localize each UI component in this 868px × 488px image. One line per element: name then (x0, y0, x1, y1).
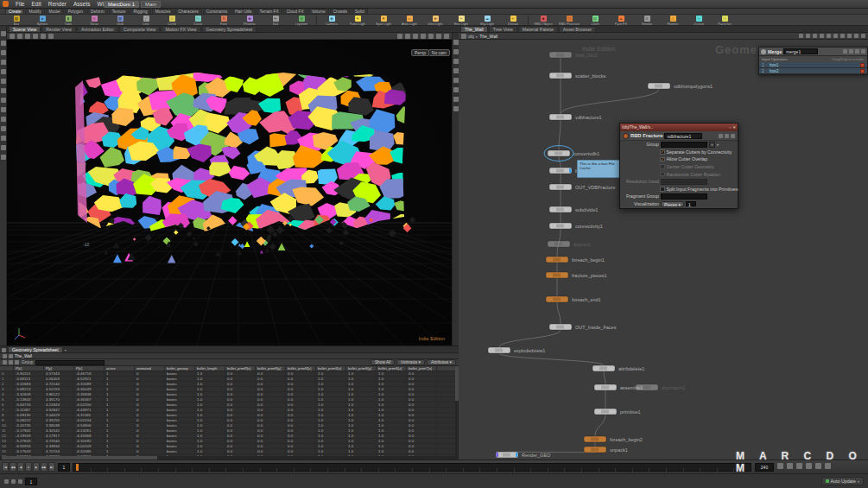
view-tool-icon[interactable] (453, 40, 459, 45)
grid-icon[interactable] (428, 34, 434, 39)
rotate-icon[interactable] (1, 50, 6, 55)
visualization-dropdown[interactable]: Pieces ▾ (661, 201, 684, 207)
transport-[interactable]: ◀ (17, 462, 24, 472)
back-icon[interactable] (799, 34, 803, 38)
layout-single-icon[interactable] (453, 106, 459, 111)
gear-icon[interactable] (725, 134, 729, 138)
snap-view-icon[interactable] (453, 78, 459, 83)
shelf-tab-volume[interactable]: Volume (308, 9, 329, 14)
transport-[interactable]: ◀◀ (10, 462, 16, 472)
node-connectivity1[interactable]: connectivity1 (549, 223, 603, 229)
column-header-animated[interactable]: animated (135, 366, 165, 371)
node-vdbfrompolygons1[interactable]: vdbfrompolygons1 (648, 83, 713, 89)
info-icon[interactable] (1, 145, 6, 150)
shelf-tool-font[interactable]: AFont (211, 16, 237, 26)
gear-icon[interactable] (855, 49, 859, 54)
shelf-tab-constraints[interactable]: Constraints (203, 9, 231, 14)
select-mode-icon[interactable] (17, 34, 22, 39)
pane-menu-icon[interactable] (461, 34, 466, 39)
pin-icon[interactable] (9, 354, 13, 358)
column-header-bullet-prims-z[interactable]: bullet_primS[z] (377, 366, 407, 371)
menu-edit[interactable]: Edit (28, 1, 44, 7)
edges-mode-icon[interactable] (48, 34, 54, 39)
network-path-obj[interactable]: obj (468, 34, 474, 39)
input-operator-row[interactable]: 1box1 (759, 62, 867, 68)
node-explodedview1[interactable]: explodedview1 (488, 347, 545, 353)
pane-tab-scene-view[interactable]: Scene View (9, 26, 41, 32)
pane-tab-asset-browser[interactable]: Asset Browser (559, 26, 596, 32)
network-canvas[interactable]: Wall_GEOscatter_blocksvdbfrompolygons1vd… (459, 40, 868, 459)
parameter-dialog[interactable]: /obj/The_Wall/v... ▫ ✕ RBD Fracture vdbf… (619, 123, 738, 209)
frame-slider[interactable] (73, 463, 751, 472)
shelf-tab-create[interactable]: Create (5, 9, 24, 14)
column-header-bullet-prims-x[interactable]: bullet_primS[x] (316, 366, 346, 371)
persp-ortho-icon[interactable] (453, 68, 459, 73)
node-name-field[interactable]: vdbfracture1 (664, 133, 702, 139)
range-start-field[interactable]: 1 (25, 478, 37, 485)
shelf-tool-area-light[interactable]: ▭Area Light (396, 16, 422, 26)
handles-icon[interactable] (1, 69, 6, 74)
column-header-p-x[interactable]: P[x] (14, 366, 44, 371)
shelf-tool-camera[interactable]: ◉Camera (319, 16, 345, 26)
shelf-tab-texture[interactable]: Texture (109, 9, 130, 14)
transport-[interactable]: ● (25, 462, 32, 472)
dots-icon[interactable] (847, 34, 852, 38)
column-header-p-z[interactable]: P[z] (74, 366, 105, 371)
pane-tab-material-palette[interactable]: Material Palette (518, 26, 558, 32)
group-field[interactable] (35, 360, 105, 365)
shelf-tool-rbd-object[interactable]: ◆RBD Object (530, 16, 556, 26)
shelf-tab-terrain-fx[interactable]: Terrain FX (257, 9, 282, 14)
node-subdivide1[interactable]: subdivide1 (549, 206, 598, 212)
playhead-marker[interactable] (76, 464, 79, 471)
spreadsheet-button-intrinsics[interactable]: Intrinsics ▾ (396, 359, 425, 365)
select-icon[interactable] (1, 31, 6, 36)
points-mode-icon[interactable] (41, 34, 46, 39)
shelf-tool-sphere[interactable]: ●Sphere (29, 16, 55, 26)
translate-icon[interactable] (1, 41, 6, 46)
shelf-tool-rbd-fracture[interactable]: ⬡RBD Fracture (556, 16, 582, 26)
shelf-tab-rigging[interactable]: Rigging (130, 9, 150, 14)
pane-tab-the-wall[interactable]: The_Wall (460, 26, 488, 32)
shelf-tab-solid[interactable]: Solid (352, 9, 368, 14)
shelf-tab-cloud-fx[interactable]: Cloud FX (283, 9, 307, 14)
pin-icon[interactable] (843, 49, 847, 54)
node-vdbfracture1[interactable]: vdbfracture1 (549, 114, 602, 120)
align-icon[interactable] (1, 88, 6, 93)
node-unpack1[interactable]: unpack1 (584, 447, 628, 453)
maximize-icon[interactable] (444, 34, 449, 39)
dialog-maximize-icon[interactable]: ▫ (730, 125, 732, 130)
param-field-resolution-used[interactable] (661, 179, 707, 185)
column-header-active[interactable]: active (105, 366, 135, 371)
node-out-vdbfracture[interactable]: OUT_VDBFracture (549, 184, 615, 190)
shelf-tool-lsystem[interactable]: ψLsystem (288, 16, 314, 26)
grid-toggle-icon[interactable] (1, 136, 6, 141)
bell-icon[interactable] (11, 479, 16, 484)
column-header-bullet-primr-y[interactable]: bullet_primR[y] (256, 366, 286, 371)
menu-render[interactable]: Render (45, 1, 70, 7)
column-header-bullet-georep[interactable]: bullet_georep (165, 366, 195, 371)
column-header-index[interactable] (0, 366, 14, 371)
shelf-tool-cloth[interactable]: ▤Cloth (582, 16, 608, 26)
camera-selector-button[interactable]: Persp (411, 49, 429, 56)
pane-tab-composite-view[interactable]: Composite View (119, 26, 160, 32)
shelf-tab-hair-utils[interactable]: Hair Utils (231, 9, 255, 14)
shelf-tool-sky-light[interactable]: ☁Sky Light (474, 16, 500, 26)
shelf-tool-spot-light[interactable]: ▼Spot Light (371, 16, 396, 26)
message-icon[interactable] (4, 479, 9, 484)
menu-assets[interactable]: Assets (70, 1, 94, 7)
column-header-bullet-primr-x[interactable]: bullet_primR[x] (225, 366, 256, 371)
node-convertvdb1[interactable]: convertvdb1 (544, 146, 599, 162)
node-foreach-begin1[interactable]: foreach_begin1 (546, 257, 605, 263)
node-dopimport1[interactable]: dopimport1 (636, 384, 686, 390)
spreadsheet-button-attributes[interactable]: Attributes ▾ (427, 359, 456, 365)
no-cam-button[interactable]: No cam (428, 49, 450, 56)
scene-viewport[interactable]: -10 Persp No cam Indie Edition (7, 40, 452, 345)
find-icon[interactable] (827, 34, 831, 38)
shelf-tab-deform[interactable]: Deform (87, 9, 108, 14)
ipr-icon[interactable] (1, 117, 6, 122)
pin-icon[interactable] (3, 360, 7, 364)
shelf-tab-muscles[interactable]: Muscles (152, 9, 174, 14)
shelf-tool-box[interactable]: ▦Box (3, 16, 29, 26)
shelf-tool-pyro-fx[interactable]: ▲Pyro FX (608, 16, 634, 26)
input-operator-row[interactable]: 2box2 (759, 68, 867, 74)
